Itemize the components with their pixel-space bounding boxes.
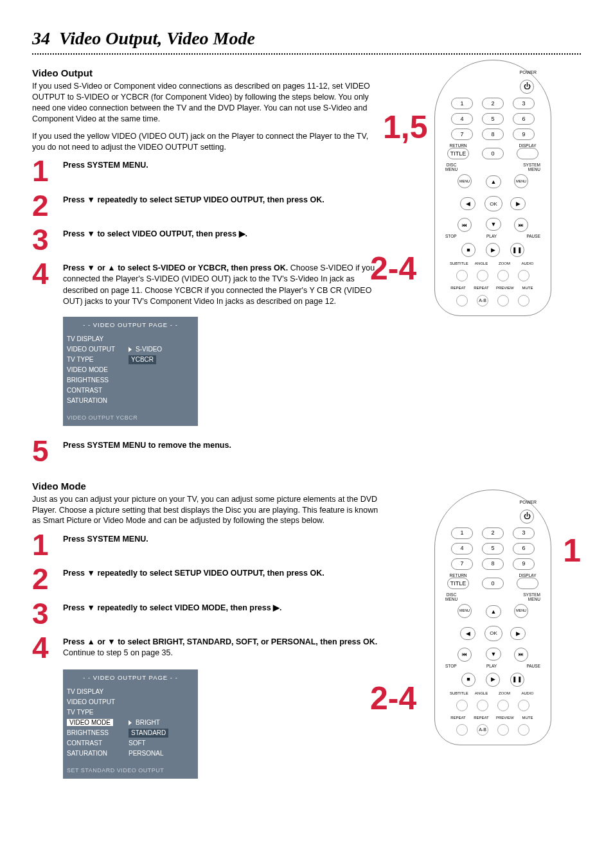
left-button[interactable]: ◀ [460,627,475,640]
return-label: RETURN [447,144,469,148]
num-5[interactable]: 5 [482,543,504,554]
stop-button[interactable]: ■ [461,243,475,257]
menu-item: BRIGHTNESS [67,729,129,738]
num-8[interactable]: 8 [482,558,504,570]
title-rule [32,53,581,55]
repeat-button[interactable] [456,295,468,306]
ab-button[interactable]: A-B [477,295,488,306]
ok-button[interactable]: OK [484,196,502,211]
video-output-intro1: If you used S-Video or Component video c… [32,81,379,125]
num-8[interactable]: 8 [482,128,504,140]
menu-item: CONTRAST [67,386,129,395]
menu-item: CONTRAST [67,739,129,748]
ok-button[interactable]: OK [484,626,502,641]
system-menu-button[interactable]: MENU [514,174,528,188]
left-button[interactable]: ◀ [460,197,475,210]
video-output-menu: - - VIDEO OUTPUT PAGE - - TV DISPLAY VID… [63,317,198,426]
step-number: 4 [32,261,54,308]
ab-button[interactable]: A-B [477,724,488,736]
next-button[interactable]: ⏭ [514,218,528,232]
callout-1: 1 [563,528,581,573]
video-mode-intro: Just as you can adjust your picture on y… [32,494,379,527]
vo-step-5: 5 Press SYSTEM MENU to remove the menus. [32,439,379,464]
stop-button[interactable]: ■ [461,673,475,687]
num-4[interactable]: 4 [451,113,473,125]
menu-option-highlight: STANDARD [129,729,168,738]
video-mode-heading: Video Mode [32,479,379,493]
zoom-button[interactable] [497,270,509,281]
menu-option: SOFT [129,739,146,748]
vo-step5-text: Press SYSTEM MENU to remove the menus. [63,441,231,450]
disc-menu-label: DISC MENU [445,593,458,601]
zoom-button[interactable] [497,700,509,711]
menu-item: VIDEO OUTPUT [67,345,129,354]
menu-title: - - VIDEO OUTPUT PAGE - - [63,672,198,687]
vm-step-3: 3 Press ▼ repeatedly to select VIDEO MOD… [32,601,379,626]
audio-button[interactable] [518,700,529,711]
angle-button[interactable] [477,700,488,711]
right-button[interactable]: ▶ [510,627,526,640]
disc-menu-button[interactable]: MENU [458,604,472,618]
num-3[interactable]: 3 [513,98,535,109]
menu-title: - - VIDEO OUTPUT PAGE - - [63,319,198,334]
num-7[interactable]: 7 [451,558,473,570]
system-menu-button[interactable]: MENU [514,604,528,618]
num-6[interactable]: 6 [513,543,535,554]
num-4[interactable]: 4 [451,543,473,554]
right-button[interactable]: ▶ [510,197,526,210]
num-0[interactable]: 0 [482,578,504,589]
mute-button[interactable] [518,724,529,736]
pause-button[interactable]: ❚❚ [510,243,524,257]
subtitle-button[interactable] [456,270,468,281]
mute-label: MUTE [519,285,536,290]
num-0[interactable]: 0 [482,148,504,159]
preview-button[interactable] [497,724,509,736]
play-button[interactable]: ▶ [486,243,500,257]
system-menu-label: SYSTEM MENU [523,163,540,172]
menu-item: TV TYPE [67,708,129,717]
display-button[interactable] [517,148,538,159]
power-button[interactable]: ⏻ [520,509,534,524]
menu-item: VIDEO OUTPUT [67,698,129,707]
next-button[interactable]: ⏭ [514,648,528,662]
audio-button[interactable] [518,270,529,281]
menu-item: VIDEO MODE [67,366,129,375]
mute-label: MUTE [519,715,536,720]
pause-button[interactable]: ❚❚ [510,673,524,687]
disc-menu-button[interactable]: MENU [458,174,472,188]
play-label: PLAY [486,664,497,669]
num-1[interactable]: 1 [451,527,473,539]
up-button[interactable]: ▲ [486,175,501,188]
num-2[interactable]: 2 [482,527,504,539]
prev-button[interactable]: ⏮ [458,218,472,232]
subtitle-button[interactable] [456,700,468,711]
num-2[interactable]: 2 [482,98,504,109]
up-button[interactable]: ▲ [486,605,501,618]
display-button[interactable] [517,578,538,589]
video-output-heading: Video Output [32,66,379,80]
num-3[interactable]: 3 [513,527,535,539]
angle-button[interactable] [477,270,488,281]
title-button[interactable]: TITLE [447,578,469,589]
down-button[interactable]: ▼ [486,218,501,231]
vo-step4-bold: Press ▼ or ▲ to select S-VIDEO or YCBCR,… [63,263,288,272]
num-7[interactable]: 7 [451,128,473,140]
angle-label: ANGLE [473,691,490,696]
vm-step3-text: Press ▼ repeatedly to select VIDEO MODE,… [63,603,282,612]
video-mode-menu: - - VIDEO OUTPUT PAGE - - TV DISPLAY VID… [63,669,198,779]
title-button[interactable]: TITLE [447,148,469,159]
power-button[interactable]: ⏻ [520,80,534,94]
num-9[interactable]: 9 [513,558,535,570]
num-1[interactable]: 1 [451,98,473,109]
down-button[interactable]: ▼ [486,648,501,660]
play-button[interactable]: ▶ [486,673,500,687]
prev-button[interactable]: ⏮ [458,648,472,662]
mute-button[interactable] [518,295,529,306]
audio-label: AUDIO [519,691,536,696]
num-5[interactable]: 5 [482,113,504,125]
num-9[interactable]: 9 [513,128,535,140]
repeat-button[interactable] [456,724,468,736]
step-number: 2 [32,567,54,592]
preview-button[interactable] [497,295,509,306]
num-6[interactable]: 6 [513,113,535,125]
